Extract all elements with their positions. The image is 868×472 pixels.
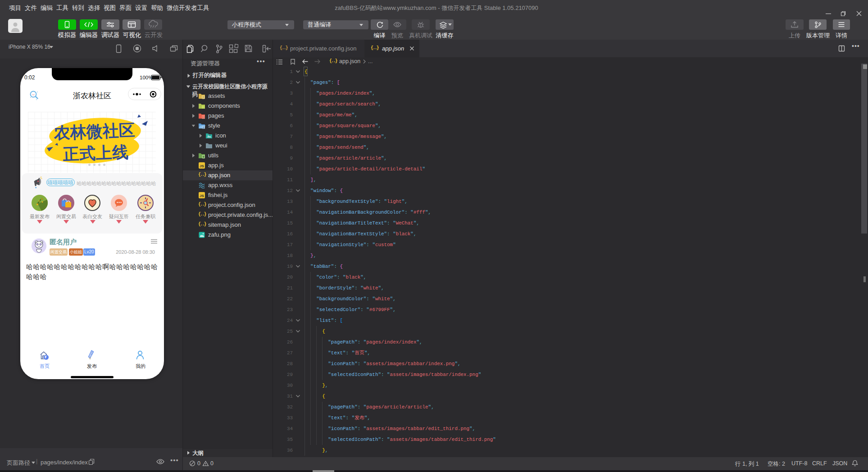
svg-text:正式上线: 正式上线	[63, 142, 129, 163]
svg-text:JS: JS	[200, 164, 204, 168]
svg-text:农林微社区: 农林微社区	[53, 121, 135, 142]
svg-text:JS: JS	[200, 194, 204, 198]
